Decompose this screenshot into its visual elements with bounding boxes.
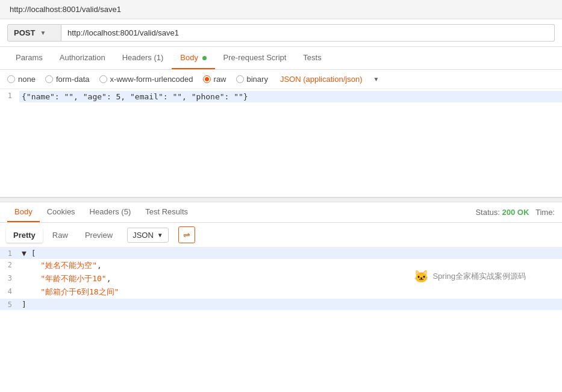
body-dot: [202, 56, 207, 60]
title-url: http://localhost:8001/valid/save1: [10, 5, 121, 14]
fmt-preview[interactable]: Preview: [78, 228, 120, 243]
status-label: Status:: [475, 208, 499, 217]
method-arrow: ▼: [40, 30, 46, 36]
radio-raw-circle: [203, 75, 211, 83]
body-type-row: none form-data x-www-form-urlencoded raw…: [0, 70, 562, 89]
json-type-label[interactable]: JSON (application/json): [280, 75, 363, 84]
resp-line-5: 5 ]: [0, 299, 562, 310]
method-select[interactable]: POST ▼: [7, 24, 61, 42]
radio-binary[interactable]: binary: [236, 75, 268, 84]
tab-params[interactable]: Params: [7, 47, 51, 69]
resp-tab-headers[interactable]: Headers (5): [83, 202, 139, 222]
method-label: POST: [14, 28, 35, 37]
resp-tab-body[interactable]: Body: [7, 202, 40, 222]
code-line-1: 1 {"name": "", "age": 5, "email": "", "p…: [0, 89, 562, 104]
fmt-raw[interactable]: Raw: [45, 228, 75, 243]
json-dropdown-label: JSON: [133, 231, 154, 240]
json-dropdown-caret: ▼: [157, 232, 163, 238]
time-label: Time:: [535, 208, 555, 217]
resp-tab-testresults[interactable]: Test Results: [138, 202, 195, 222]
response-tabs: Body Cookies Headers (5) Test Results St…: [0, 202, 562, 223]
response-section: Body Cookies Headers (5) Test Results St…: [0, 202, 562, 320]
status-area: Status: 200 OK Time:: [475, 208, 555, 217]
tab-tests[interactable]: Tests: [295, 47, 329, 69]
response-format-row: Pretty Raw Preview JSON ▼ ⇌: [0, 223, 562, 247]
json-format-dropdown[interactable]: JSON ▼: [127, 228, 169, 243]
radio-raw[interactable]: raw: [203, 75, 226, 84]
resp-line-1: 1 ▼ [: [0, 247, 562, 259]
json-dropdown-arrow[interactable]: ▼: [373, 76, 379, 82]
tab-prerequest[interactable]: Pre-request Script: [215, 47, 295, 69]
line-content-1[interactable]: {"name": "", "age": 5, "email": "", "pho…: [19, 91, 562, 102]
radio-none[interactable]: none: [7, 75, 36, 84]
radio-form-data-circle: [45, 75, 53, 83]
request-tabs: Params Authorization Headers (1) Body Pr…: [0, 47, 562, 70]
title-bar: http://localhost:8001/valid/save1: [0, 0, 562, 19]
watermark-text: Spring全家桶实战案例源码: [432, 271, 526, 282]
url-bar: POST ▼: [0, 19, 562, 47]
tab-body[interactable]: Body: [172, 47, 214, 69]
line-num-1: 1: [0, 91, 19, 100]
watermark: 🐱 Spring全家桶实战案例源码: [414, 269, 526, 284]
response-body: 1 ▼ [ 2 "姓名不能为空", 3 "年龄不能小于10", 4 "邮箱介于6…: [0, 247, 562, 320]
watermark-icon: 🐱: [414, 269, 429, 284]
section-divider: [0, 198, 562, 202]
url-input[interactable]: [61, 24, 555, 42]
wrap-icon[interactable]: ⇌: [178, 226, 195, 243]
radio-binary-circle: [236, 75, 244, 83]
resp-line-4: 4 "邮箱介于6到18之间": [0, 285, 562, 299]
tab-authorization[interactable]: Authorization: [51, 47, 114, 69]
radio-x-www[interactable]: x-www-form-urlencoded: [99, 75, 193, 84]
radio-form-data[interactable]: form-data: [45, 75, 90, 84]
tab-headers[interactable]: Headers (1): [114, 47, 172, 69]
radio-none-circle: [7, 75, 15, 83]
radio-x-www-circle: [99, 75, 107, 83]
resp-tab-cookies[interactable]: Cookies: [40, 202, 83, 222]
code-editor[interactable]: 1 {"name": "", "age": 5, "email": "", "p…: [0, 89, 562, 198]
status-value: 200 OK: [502, 208, 529, 217]
fmt-pretty[interactable]: Pretty: [6, 228, 43, 243]
